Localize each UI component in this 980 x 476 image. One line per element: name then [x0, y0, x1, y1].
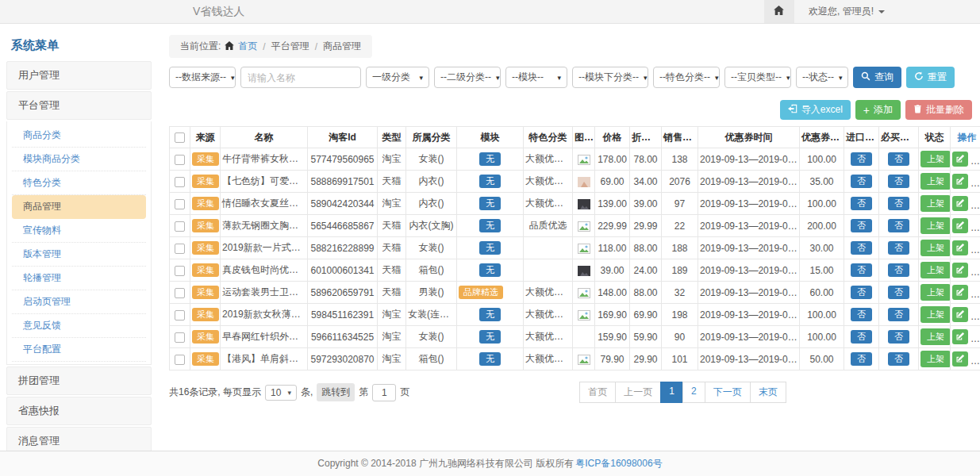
row-checkbox[interactable]: [175, 221, 185, 232]
must-buy-toggle[interactable]: 否: [888, 330, 909, 344]
row-checkbox[interactable]: [175, 266, 185, 276]
must-buy-toggle[interactable]: 否: [888, 241, 909, 255]
row-checkbox[interactable]: [175, 199, 185, 209]
module-badge: 无: [479, 308, 501, 321]
status-button[interactable]: 上架: [920, 151, 951, 167]
sidebar-item-拼团管理[interactable]: 拼团管理: [6, 367, 152, 395]
breadcrumb-home-link[interactable]: 首页: [238, 40, 257, 53]
feature-category-select[interactable]: --特色分类--▾: [653, 67, 720, 88]
per-page-select[interactable]: 10▾: [265, 385, 297, 401]
products-table: 来源名称淘客Id类型所属分类模块特色分类图标价格折后价销售数量优惠券时间优惠券金…: [169, 126, 980, 370]
imported-toggle[interactable]: 否: [851, 330, 872, 344]
status-select[interactable]: --状态--▾: [796, 67, 848, 88]
imported-toggle[interactable]: 否: [851, 286, 872, 299]
row-checkbox[interactable]: [175, 244, 185, 254]
page-button-末页[interactable]: 末页: [750, 382, 786, 403]
icp-link[interactable]: 粤ICP备16098006号: [575, 457, 662, 470]
sidebar-item-平台管理[interactable]: 平台管理: [6, 91, 152, 120]
sidebar-item-商品管理[interactable]: 商品管理: [12, 195, 146, 219]
edit-button[interactable]: [952, 307, 968, 322]
page-number-input[interactable]: [372, 384, 396, 401]
level2-category-select[interactable]: --二级分类--▾: [434, 67, 501, 88]
status-button[interactable]: 上架: [920, 240, 951, 256]
must-buy-toggle[interactable]: 否: [888, 175, 909, 188]
edit-button[interactable]: [952, 285, 968, 300]
must-buy-toggle[interactable]: 否: [888, 286, 909, 299]
must-buy-toggle[interactable]: 否: [888, 263, 909, 277]
home-button[interactable]: [764, 0, 794, 23]
data-source-select[interactable]: --数据来源--▾: [169, 67, 236, 88]
row-checkbox[interactable]: [175, 288, 185, 298]
select-all-checkbox[interactable]: [175, 132, 185, 143]
jump-button[interactable]: 跳转到: [317, 383, 355, 401]
sidebar-item-商品分类[interactable]: 商品分类: [12, 124, 146, 148]
module-select[interactable]: --模块--▾: [505, 67, 567, 88]
sidebar-item-启动页管理[interactable]: 启动页管理: [12, 290, 146, 314]
search-button[interactable]: 查询: [853, 67, 901, 88]
imported-toggle[interactable]: 否: [851, 175, 872, 188]
edit-button[interactable]: [952, 329, 968, 344]
status-button[interactable]: 上架: [920, 195, 951, 212]
page-button-首页[interactable]: 首页: [579, 382, 616, 403]
breadcrumb-item: 平台管理: [271, 40, 309, 53]
imported-toggle[interactable]: 否: [851, 152, 872, 166]
batch-delete-button[interactable]: 批量删除: [905, 100, 972, 120]
imported-toggle[interactable]: 否: [851, 263, 872, 277]
status-button[interactable]: 上架: [920, 328, 951, 345]
level1-category-select[interactable]: 一级分类▾: [366, 67, 429, 88]
page-button-下一页[interactable]: 下一页: [705, 382, 751, 403]
must-buy-toggle[interactable]: 否: [888, 352, 909, 366]
status-button[interactable]: 上架: [920, 173, 951, 190]
must-buy-toggle[interactable]: 否: [888, 219, 909, 232]
sidebar-item-模块商品分类[interactable]: 模块商品分类: [12, 148, 146, 171]
edit-button[interactable]: [952, 263, 968, 278]
edit-button[interactable]: [952, 174, 968, 189]
sidebar-item-宣传物料[interactable]: 宣传物料: [12, 219, 146, 243]
table-row: 采集2019新款一片式系...588216228899天猫女装()无118.00…: [170, 237, 980, 259]
edit-button[interactable]: [952, 152, 968, 167]
add-button[interactable]: + 添加: [855, 100, 901, 120]
status-button[interactable]: 上架: [920, 351, 951, 367]
edit-button[interactable]: [952, 240, 968, 255]
edit-button[interactable]: [952, 218, 968, 233]
sidebar-item-特色分类[interactable]: 特色分类: [12, 171, 146, 195]
name-search-input[interactable]: [240, 67, 361, 88]
sidebar-item-省惠快报[interactable]: 省惠快报: [6, 397, 152, 425]
edit-button[interactable]: [952, 351, 968, 367]
imported-toggle[interactable]: 否: [851, 241, 872, 255]
page-button-上一页[interactable]: 上一页: [615, 382, 661, 403]
reset-button[interactable]: 重置: [906, 67, 955, 88]
must-buy-toggle[interactable]: 否: [888, 152, 909, 166]
row-checkbox[interactable]: [175, 332, 185, 343]
coupon-time: 2019-09-13—2019-09-17: [698, 148, 800, 171]
module-sub-category-select[interactable]: --模块下分类--▾: [572, 67, 648, 88]
must-buy-toggle[interactable]: 否: [888, 308, 909, 321]
product-thumbnail-icon: [578, 264, 590, 275]
imported-toggle[interactable]: 否: [851, 197, 872, 210]
column-header-类型: 类型: [378, 127, 406, 148]
must-buy-toggle[interactable]: 否: [888, 197, 909, 210]
page-button-1[interactable]: 1: [660, 382, 683, 403]
status-button[interactable]: 上架: [920, 284, 951, 301]
sidebar-item-意见反馈[interactable]: 意见反馈: [12, 314, 146, 338]
row-checkbox[interactable]: [175, 177, 185, 187]
page-button-2[interactable]: 2: [682, 382, 705, 403]
imported-toggle[interactable]: 否: [851, 219, 872, 232]
status-button[interactable]: 上架: [920, 217, 951, 234]
home-icon: [225, 41, 234, 52]
status-button[interactable]: 上架: [920, 306, 951, 323]
sidebar-item-轮播管理[interactable]: 轮播管理: [12, 267, 146, 290]
sidebar-item-平台配置[interactable]: 平台配置: [12, 338, 146, 362]
status-button[interactable]: 上架: [920, 262, 951, 278]
imported-toggle[interactable]: 否: [851, 352, 872, 366]
sidebar-item-版本管理[interactable]: 版本管理: [12, 243, 146, 267]
row-checkbox[interactable]: [175, 155, 185, 165]
imported-toggle[interactable]: 否: [851, 308, 872, 321]
row-checkbox[interactable]: [175, 355, 185, 365]
sidebar-item-用户管理[interactable]: 用户管理: [6, 61, 152, 90]
user-menu[interactable]: 欢迎您, 管理员!: [794, 0, 980, 23]
import-excel-button[interactable]: 导入excel: [780, 100, 851, 120]
row-checkbox[interactable]: [175, 310, 185, 321]
item-type-select[interactable]: --宝贝类型--▾: [724, 67, 791, 88]
edit-button[interactable]: [952, 196, 968, 211]
